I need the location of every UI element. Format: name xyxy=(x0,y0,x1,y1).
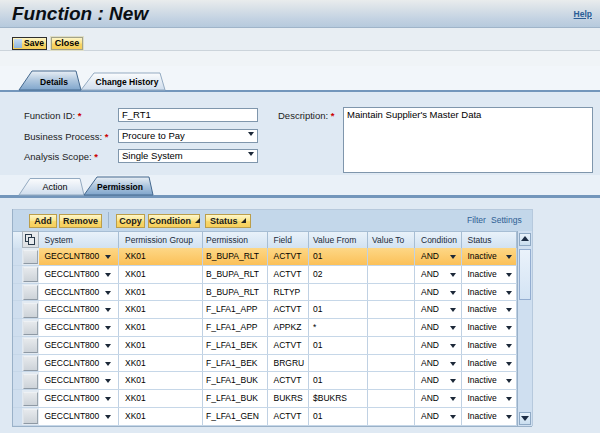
svg-text:Change History: Change History xyxy=(96,77,159,87)
svg-text:Action: Action xyxy=(42,182,67,192)
svg-text:Details: Details xyxy=(40,77,68,87)
svg-text:Permission: Permission xyxy=(97,182,143,192)
